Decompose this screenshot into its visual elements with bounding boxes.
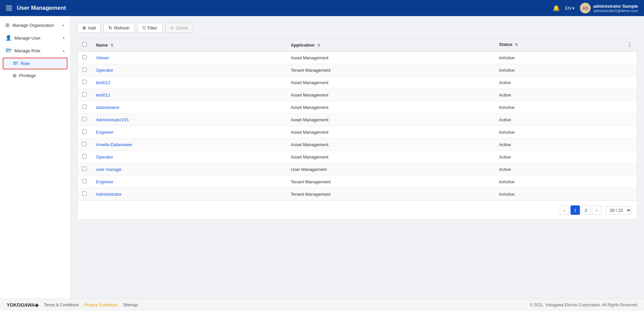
role-name-link[interactable]: test012 <box>96 80 110 85</box>
row-name-cell: test012 <box>91 76 286 89</box>
row-checkbox-10[interactable] <box>82 179 87 183</box>
row-name-cell: test011 <box>91 89 286 101</box>
row-status-cell: InActive <box>494 188 637 200</box>
role-name-link[interactable]: Operator <box>96 154 113 160</box>
hamburger-menu-icon[interactable] <box>6 6 12 10</box>
footer-link-privacy[interactable]: Privacy Guidelines <box>84 303 117 307</box>
row-name-cell: Administrator231 <box>91 114 286 126</box>
refresh-button[interactable]: ↻ Refresh <box>103 23 135 33</box>
filter-label: Filter <box>148 25 157 30</box>
row-checkbox-cell <box>78 64 91 76</box>
footer-left: YOKOGAWA◆ Terms & Conditions Privacy Gui… <box>7 302 138 308</box>
row-checkbox-cell <box>78 151 91 163</box>
row-checkbox-cell <box>78 101 91 114</box>
table-row: test012 Asset Management Active <box>78 76 637 89</box>
filter-button[interactable]: ▽ Filter <box>137 23 162 33</box>
row-checkbox-1[interactable] <box>82 67 87 72</box>
col-name: Name ⇅ <box>91 39 286 52</box>
row-checkbox-11[interactable] <box>82 191 87 196</box>
notification-bell-icon[interactable]: 🔔 <box>553 5 560 12</box>
table-row: Administrator Tenant Management InActive <box>78 188 637 200</box>
footer-link-sitemap[interactable]: Sitemap <box>123 303 138 307</box>
sidebar-item-manage-organization[interactable]: ⊞ Manage Organization ▸ <box>0 19 70 32</box>
row-status-cell: Active <box>494 114 637 126</box>
user-menu[interactable]: AS administrator Sample administrator1@d… <box>580 3 638 13</box>
row-application-cell: Asset Management <box>286 138 494 151</box>
role-name-link[interactable]: dataviewere <box>96 105 119 110</box>
pagination-page-1-btn[interactable]: 1 <box>571 205 580 215</box>
refresh-icon: ↻ <box>108 25 112 30</box>
row-application-cell: Asset Management <box>286 76 494 89</box>
sort-status-icon[interactable]: ⇅ <box>515 43 518 47</box>
row-checkbox-7[interactable] <box>82 142 87 146</box>
col-name-label: Name <box>96 43 108 48</box>
page-size-select[interactable]: 20 / 21 <box>605 206 632 214</box>
row-status-cell: InActive <box>494 126 637 138</box>
row-checkbox-9[interactable] <box>82 167 87 171</box>
table-row: Administrator231 Asset Management Active <box>78 114 637 126</box>
add-button[interactable]: ⊕ Add <box>77 23 101 33</box>
col-status-label: Status <box>499 42 512 47</box>
sidebar-sub-item-label: Privilege <box>19 73 36 78</box>
sort-application-icon[interactable]: ⇅ <box>317 43 320 47</box>
pagination-first-btn[interactable]: ‹ <box>560 205 569 215</box>
select-all-checkbox[interactable] <box>82 42 87 47</box>
user-email: administrator1@demo.com <box>594 9 638 13</box>
select-all-header <box>78 39 91 52</box>
row-name-cell: user manage <box>91 163 286 176</box>
row-checkbox-cell <box>78 138 91 151</box>
row-checkbox-5[interactable] <box>82 117 87 121</box>
col-application: Application ⇅ <box>286 39 494 52</box>
role-name-link[interactable]: test011 <box>96 92 110 98</box>
table-row: Viewer Asset Management InActive <box>78 52 637 64</box>
column-options-icon[interactable]: ⋮ <box>627 42 632 48</box>
role-name-link[interactable]: Engineer <box>96 130 113 135</box>
avatar: AS <box>580 3 591 13</box>
main-content: ⊕ Add ↻ Refresh ▽ Filter ⊘ Delete <box>70 16 644 299</box>
role-name-link[interactable]: Administrator231 <box>96 117 129 122</box>
pagination-next-btn[interactable]: › <box>592 205 601 215</box>
row-checkbox-4[interactable] <box>82 105 87 109</box>
role-name-link[interactable]: Engineer <box>96 179 113 184</box>
row-checkbox-0[interactable] <box>82 55 87 59</box>
table-row: Operator Tenant Management InActive <box>78 64 637 76</box>
sidebar-item-role[interactable]: 🪪 Role <box>3 58 67 69</box>
row-checkbox-6[interactable] <box>82 129 87 134</box>
navbar-right: 🔔 EN ▾ AS administrator Sample administr… <box>553 3 638 13</box>
role-name-link[interactable]: Amella-Dataviewer <box>96 142 133 147</box>
row-checkbox-cell <box>78 76 91 89</box>
row-name-cell: Administrator <box>91 188 286 200</box>
pagination-page-2-btn[interactable]: 2 <box>581 205 591 215</box>
role-name-link[interactable]: Administrator <box>96 192 122 197</box>
role-sub-icon: 🪪 <box>13 61 18 66</box>
row-name-cell: Viewer <box>91 52 286 64</box>
chevron-right-icon: ▸ <box>63 23 65 27</box>
sidebar-item-privilege[interactable]: ⊞ Privilege <box>0 70 70 81</box>
sidebar-item-manage-role[interactable]: 🪪 Manage Role ▴ <box>0 44 70 57</box>
table-row: test011 Asset Management Active <box>78 89 637 101</box>
row-checkbox-3[interactable] <box>82 92 87 97</box>
table-row: user manage User Management Active <box>78 163 637 176</box>
role-name-link[interactable]: Viewer <box>96 55 109 60</box>
col-status: Status ⇅ ⋮ <box>494 39 637 52</box>
row-status-cell: InActive <box>494 101 637 114</box>
delete-button[interactable]: ⊘ Delete <box>165 23 194 33</box>
row-checkbox-8[interactable] <box>82 154 87 159</box>
col-application-label: Application <box>291 43 315 48</box>
table-row: Engineer Asset Management InActive <box>78 126 637 138</box>
row-checkbox-2[interactable] <box>82 80 87 84</box>
sidebar-item-manage-user[interactable]: 👤 Manage User ▾ <box>0 32 70 44</box>
user-name: administrator Sample <box>593 4 638 9</box>
table-row: Engineer Tenant Management InActive <box>78 176 637 188</box>
sidebar-sub-item-label: Role <box>21 61 30 66</box>
role-name-link[interactable]: Operator <box>96 68 113 73</box>
sort-name-icon[interactable]: ⇅ <box>110 43 113 47</box>
row-name-cell: Engineer <box>91 176 286 188</box>
role-name-link[interactable]: user manage <box>96 167 121 172</box>
footer-link-terms[interactable]: Terms & Conditions <box>44 303 79 307</box>
table-row: dataviewere Asset Management InActive <box>78 101 637 114</box>
language-selector[interactable]: EN ▾ <box>565 6 575 11</box>
sidebar-item-label: Manage Role <box>14 48 60 53</box>
row-status-cell: Active <box>494 138 637 151</box>
navbar: User Management 🔔 EN ▾ AS administrator … <box>0 0 644 16</box>
